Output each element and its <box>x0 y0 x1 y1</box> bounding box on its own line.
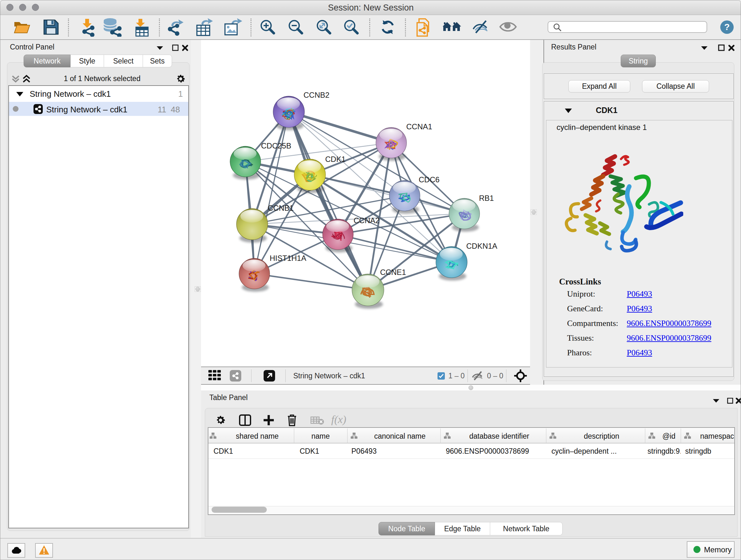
svg-text:CDKN1A: CDKN1A <box>466 242 497 250</box>
svg-text:CCNE1: CCNE1 <box>380 268 406 276</box>
svg-text:RB1: RB1 <box>479 194 494 202</box>
svg-text:CCNB1: CCNB1 <box>268 204 293 212</box>
svg-text:HIST1H1A: HIST1H1A <box>270 254 307 262</box>
svg-text:CDK1: CDK1 <box>325 155 346 164</box>
svg-text:CCNA2: CCNA2 <box>354 216 380 225</box>
svg-text:CCNB2: CCNB2 <box>304 91 329 99</box>
svg-text:CDC25B: CDC25B <box>261 141 291 150</box>
svg-text:CCNA1: CCNA1 <box>406 122 432 131</box>
svg-text:CDC6: CDC6 <box>419 175 440 184</box>
